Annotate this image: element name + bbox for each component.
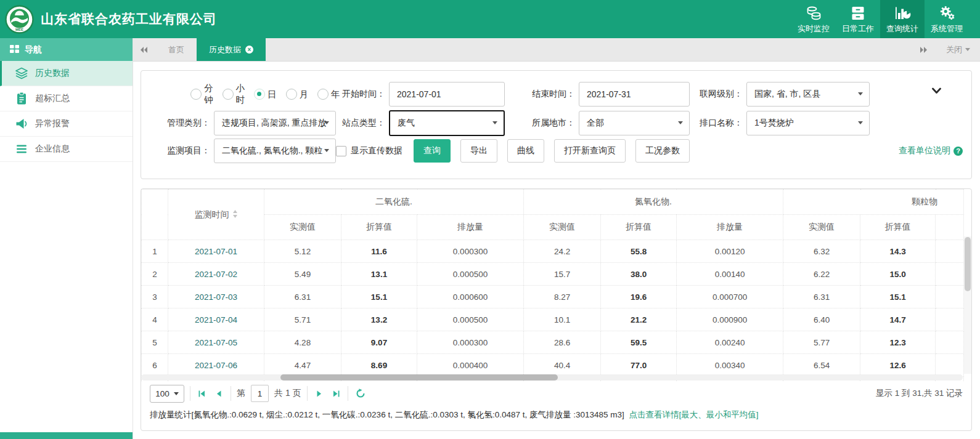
value-cell: 40.4	[524, 354, 601, 377]
value-cell: 10.1	[524, 308, 601, 331]
tabs-scroll-left-icon[interactable]	[133, 38, 156, 61]
value-cell: 0.00120	[677, 240, 783, 263]
network-level-select[interactable]: 国家, 省, 市, 区县	[746, 82, 870, 107]
period-radio-分钟[interactable]: 分钟	[190, 83, 213, 106]
sidebar-item-exceed-summary[interactable]: 超标汇总	[0, 86, 133, 111]
date-link[interactable]: 2021-07-04	[168, 308, 264, 331]
page-size-select[interactable]: 100	[150, 385, 184, 403]
query-button[interactable]: 查询	[414, 139, 451, 163]
value-cell: 5.77	[783, 331, 860, 354]
value-cell: 0.000500	[417, 308, 524, 331]
condition-params-button[interactable]: 工况参数	[635, 139, 690, 163]
prev-page-button[interactable]	[213, 390, 225, 398]
chart-stats-icon	[894, 4, 911, 22]
date-link[interactable]: 2021-07-02	[168, 263, 264, 286]
app: MEE 山东省联合农药工业有限公司 实时监控 日常工作 查询统计 系统管理 导航…	[0, 0, 980, 439]
value-cell: 24.2	[524, 240, 601, 263]
manage-type-select[interactable]: 违规项目, 高架源, 重点排放	[214, 111, 336, 135]
period-radio-日[interactable]: 日	[254, 89, 277, 100]
value-cell: 12.6	[860, 354, 936, 377]
filter-row-3: 监测项目： 二氧化硫., 氮氧化物., 颗粒 显示直传数据 查询导出曲线打开新查…	[141, 139, 971, 162]
end-time-input[interactable]: 2021-07-31	[579, 82, 690, 107]
first-page-button[interactable]	[196, 390, 208, 398]
horizontal-scrollbar[interactable]	[141, 374, 963, 381]
value-cell: 12.3	[860, 331, 936, 354]
collapse-filters-icon[interactable]	[931, 86, 942, 97]
horizontal-scrollbar-thumb[interactable]	[280, 374, 558, 381]
station-type-select[interactable]: 废气	[389, 110, 505, 136]
sidebar-item-label: 超标汇总	[35, 93, 70, 104]
value-cell: 28.6	[524, 331, 601, 354]
curve-button[interactable]: 曲线	[507, 139, 544, 163]
show-direct-checkbox[interactable]	[336, 146, 346, 156]
radio-dot-icon	[286, 89, 297, 100]
page-size-value: 100	[155, 389, 169, 398]
vertical-scrollbar[interactable]	[964, 236, 971, 374]
outlet-select[interactable]: 1号焚烧炉	[746, 111, 870, 135]
period-radio-月[interactable]: 月	[286, 89, 309, 100]
value-cell: 6.31	[264, 286, 341, 308]
table-row: 52021-07-054.289.070.00030028.659.50.002…	[142, 331, 964, 354]
sidebar-item-enterprise-info[interactable]: 企业信息	[0, 137, 133, 162]
monitor-items-select[interactable]: 二氧化硫., 氮氧化物., 颗粒	[214, 139, 336, 163]
date-link[interactable]: 2021-07-06	[168, 354, 264, 377]
filter-row-1: 分钟 小时 日 月 年 开始时间： 2021-07-01 结束时间： 2021-…	[141, 82, 971, 105]
date-link[interactable]: 2021-07-03	[168, 286, 264, 308]
date-link[interactable]: 2021-07-01	[168, 240, 264, 263]
sidebar-menu: 历史数据 超标汇总 异常报警 企业信息	[0, 61, 133, 162]
filler-cell	[936, 240, 964, 263]
vertical-scrollbar-thumb[interactable]	[965, 237, 971, 291]
value-cell: 5.49	[264, 263, 341, 286]
tab-home[interactable]: 首页	[156, 38, 197, 61]
sort-icon[interactable]	[232, 209, 238, 220]
nav-item-system-manage[interactable]: 系统管理	[925, 0, 969, 38]
chevron-down-icon	[858, 121, 863, 124]
row-number: 6	[142, 354, 168, 377]
value-cell: 77.0	[601, 354, 677, 377]
period-radio-group: 分钟 小时 日 月 年	[150, 83, 336, 106]
tab-close-icon[interactable]: ×	[245, 46, 253, 54]
tabs-close-menu[interactable]: 关闭	[946, 38, 970, 61]
page-number-input[interactable]: 1	[251, 385, 269, 402]
divider	[231, 386, 231, 401]
value-cell: 6.31	[783, 286, 860, 308]
nav-item-daily-work[interactable]: 日常工作	[836, 0, 880, 38]
radio-label: 月	[300, 89, 309, 100]
sidebar-item-history-data[interactable]: 历史数据	[0, 61, 133, 86]
pollutant-group-header: 颗粒物	[783, 190, 964, 215]
period-radio-小时[interactable]: 小时	[223, 83, 245, 106]
sidebar-title-label: 导航	[25, 44, 42, 55]
export-button[interactable]: 导出	[460, 139, 497, 163]
detail-link[interactable]: 点击查看详情[最大、最小和平均值]	[629, 410, 759, 419]
nav-item-realtime-monitor[interactable]: 实时监控	[791, 0, 836, 38]
last-page-button[interactable]	[330, 390, 342, 398]
date-link[interactable]: 2021-07-05	[168, 331, 264, 354]
nav-item-query-stats[interactable]: 查询统计	[880, 0, 925, 38]
station-type-label: 站点类型：	[336, 118, 389, 129]
sidebar-item-abnormal-alarm[interactable]: 异常报警	[0, 111, 133, 137]
chevron-down-icon	[324, 149, 329, 152]
tab-history-data[interactable]: 历史数据 ×	[197, 38, 266, 61]
nav-label: 日常工作	[842, 23, 874, 34]
pollutant-group-header: 氮氧化物.	[524, 190, 783, 215]
tabs-scroll-right-icon[interactable]	[912, 38, 935, 61]
value-cell: 6.40	[783, 308, 860, 331]
show-direct-label: 显示直传数据	[351, 145, 402, 156]
value-cell: 19.6	[601, 286, 677, 308]
open-new-query-button[interactable]: 打开新查询页	[554, 139, 626, 163]
city-select[interactable]: 全部	[579, 111, 690, 135]
radio-label: 小时	[236, 83, 245, 106]
next-page-button[interactable]	[313, 390, 325, 398]
value-cell: 6.22	[783, 263, 860, 286]
radio-dot-icon	[254, 89, 265, 100]
row-number: 4	[142, 308, 168, 331]
database-icon	[806, 4, 822, 22]
sidebar-header: 导航	[0, 38, 133, 61]
time-column-header[interactable]: 监测时间	[168, 190, 264, 240]
value-cell: 14.7	[860, 308, 936, 331]
unit-help-link[interactable]: 查看单位说明?	[899, 145, 963, 156]
refresh-button[interactable]	[354, 389, 367, 398]
start-time-input[interactable]: 2021-07-01	[389, 82, 505, 107]
value-cell: 14.3	[860, 240, 936, 263]
value-cell: 15.7	[524, 263, 601, 286]
